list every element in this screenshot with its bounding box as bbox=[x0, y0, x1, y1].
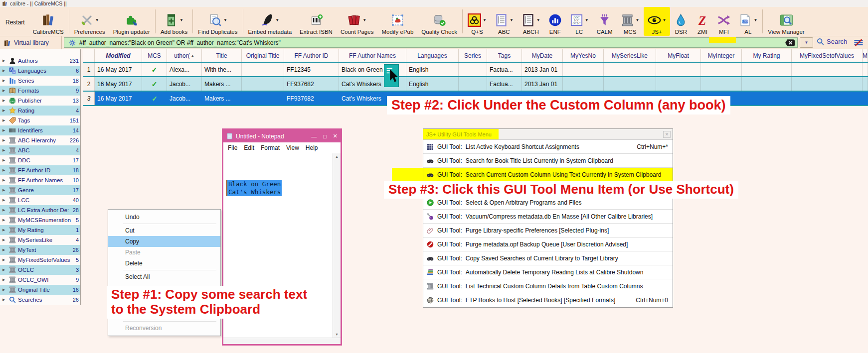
toolbar-button-abch[interactable]: ▼ABCH bbox=[518, 7, 544, 36]
cell-tags[interactable]: Factua... bbox=[487, 77, 522, 91]
column-header-myyesno[interactable]: MyYesNo bbox=[563, 49, 604, 62]
cell-modified[interactable]: 16 May 2017 bbox=[95, 77, 142, 91]
notepad-menu-view[interactable]: View bbox=[286, 144, 299, 151]
cell-mydate[interactable]: 2013 Jan 01 bbox=[522, 63, 563, 76]
gui-tool-item-search-for-book-title-list-currently-in-[interactable]: GUI Tool:Search for Book Title List Curr… bbox=[423, 154, 673, 168]
sidebar-item-abc[interactable]: ▶ABC4 bbox=[0, 145, 80, 155]
expand-arrow-icon[interactable]: ▶ bbox=[2, 278, 7, 282]
sidebar-item-myserieslike[interactable]: ▶MySeriesLike4 bbox=[0, 235, 80, 245]
gui-tool-item-purge-library-specific-preferences-selec[interactable]: GUI Tool:Purge Library-specific Preferen… bbox=[423, 224, 673, 237]
search-clear-icon[interactable] bbox=[785, 39, 795, 46]
sidebar-item-mymcsenumeration[interactable]: ▶MyMCSEnumeration5 bbox=[0, 215, 80, 225]
sidebar-item-my-rating[interactable]: ▶My Rating1 bbox=[0, 225, 80, 235]
sidebar-item-series[interactable]: ▶Series18 bbox=[0, 76, 80, 86]
expand-arrow-icon[interactable]: ▶ bbox=[2, 298, 7, 302]
expand-arrow-icon[interactable]: ▶ bbox=[2, 158, 7, 162]
notepad-menu-edit[interactable]: Edit bbox=[244, 144, 254, 151]
close-icon[interactable]: ✕ bbox=[663, 131, 671, 138]
cell-mydate[interactable]: 2013 Jan 01 bbox=[522, 77, 563, 91]
gui-tool-item-automatically-delete-temporary-reading-l[interactable]: GUI Tool:Automatically Delete Temporary … bbox=[423, 265, 673, 279]
cell-myfixedsetofvalues[interactable] bbox=[792, 63, 863, 76]
dropdown-arrow-icon[interactable]: ▼ bbox=[636, 18, 640, 22]
sidebar-item-oclc-owi[interactable]: ▶OCLC_OWI9 bbox=[0, 275, 80, 285]
dropdown-arrow-icon[interactable]: ▼ bbox=[585, 18, 589, 22]
sidebar-item-identifiers[interactable]: ▶Identifiers14 bbox=[0, 125, 80, 135]
cell-original-title[interactable] bbox=[242, 77, 284, 91]
sidebar-item-tags[interactable]: ▶Tags151 bbox=[0, 116, 80, 125]
cell-original-title[interactable] bbox=[242, 63, 284, 76]
expand-arrow-icon[interactable]: ▶ bbox=[2, 248, 7, 252]
cell-myfloat[interactable] bbox=[656, 63, 701, 76]
expand-arrow-icon[interactable]: ▶ bbox=[2, 109, 7, 113]
cell-original-title[interactable] bbox=[242, 92, 284, 105]
expand-arrow-icon[interactable]: ▶ bbox=[2, 258, 7, 262]
cell-mcs[interactable]: ✓ bbox=[142, 63, 167, 76]
cell-myfixedsetofvalues[interactable] bbox=[792, 77, 863, 91]
expand-arrow-icon[interactable]: ▶ bbox=[2, 218, 7, 222]
toolbar-button-embed-metadata[interactable]: ▼Embed metadata bbox=[244, 7, 296, 36]
toolbar-button-mfi[interactable]: MFI bbox=[713, 7, 734, 36]
cell-myserieslike[interactable] bbox=[604, 77, 656, 91]
column-header-myinteger[interactable]: MyInteger bbox=[701, 49, 742, 62]
cell-title[interactable]: Makers ... bbox=[202, 92, 242, 105]
sidebar-item-mytext[interactable]: ▶MyText26 bbox=[0, 245, 80, 255]
column-header-languages[interactable]: Languages bbox=[406, 49, 459, 62]
expand-arrow-icon[interactable]: ▶ bbox=[2, 118, 7, 122]
toolbar-button-zmi[interactable]: ZZMI bbox=[692, 7, 713, 36]
cell-row-number[interactable]: 1 bbox=[83, 63, 95, 76]
cell-myinteger[interactable] bbox=[701, 63, 742, 76]
toolbar-button-enf[interactable]: ENF bbox=[544, 7, 566, 36]
saved-search-mark-icon[interactable] bbox=[854, 39, 864, 46]
expand-arrow-icon[interactable]: ▶ bbox=[2, 89, 7, 93]
sidebar-item-abc-hierarchy[interactable]: ▶ABC Hierarchy226 bbox=[0, 135, 80, 145]
cell-title[interactable]: Makers ... bbox=[202, 77, 242, 91]
context-menu-item-select-all[interactable]: Select All bbox=[108, 271, 220, 282]
cell-uthor[interactable]: Jacob... bbox=[167, 92, 202, 105]
column-header-mydate[interactable]: MyDate bbox=[522, 49, 563, 62]
sidebar-item-ff-author-names[interactable]: ▶FF Author Names10 bbox=[0, 175, 80, 185]
dropdown-arrow-icon[interactable]: ▼ bbox=[536, 18, 540, 22]
cell-mcs[interactable]: ✓ bbox=[142, 77, 167, 91]
notepad-menu-help[interactable]: Help bbox=[306, 144, 318, 151]
cell-myfixedsetofvalues[interactable] bbox=[792, 92, 863, 105]
virtual-library-button[interactable]: Virtual library bbox=[0, 36, 62, 49]
expand-arrow-icon[interactable]: ▶ bbox=[2, 79, 7, 83]
column-header-myfloat[interactable]: MyFloat bbox=[656, 49, 701, 62]
gui-tool-item-purge-metadata-opf-backup-queue-user-dis[interactable]: GUI Tool:Purge metadata.opf Backup Queue… bbox=[423, 237, 673, 251]
column-header-title[interactable]: Title bbox=[202, 49, 242, 62]
table-row-2[interactable]: 216 May 2017✓Jacob...Makers ...FF937682C… bbox=[83, 77, 868, 92]
toolbar-button-mcs[interactable]: ▼MCS bbox=[617, 7, 644, 36]
sidebar-item-genre[interactable]: ▶Genre17 bbox=[0, 185, 80, 195]
toolbar-button-quality-check[interactable]: Quality Check bbox=[417, 7, 461, 36]
cell-myyesno[interactable] bbox=[563, 77, 604, 91]
column-header-my-rating[interactable]: My Rating bbox=[742, 49, 792, 62]
scroll-up-icon[interactable]: ▴ bbox=[336, 154, 338, 159]
gui-tool-item-search-current-custom-column-using-text-[interactable]: GUI Tool:Search Current Custom Column Us… bbox=[423, 168, 673, 182]
cell-my-rating[interactable] bbox=[742, 92, 792, 105]
column-header-tags[interactable]: Tags bbox=[487, 49, 522, 62]
gear-icon[interactable] bbox=[69, 39, 76, 46]
sidebar-item-searches[interactable]: ▶Searches26 bbox=[0, 295, 80, 305]
notepad-menu-file[interactable]: File bbox=[228, 144, 237, 151]
expand-arrow-icon[interactable]: ▶ bbox=[2, 188, 7, 192]
gui-tool-item-list-technical-custom-column-details-fro[interactable]: GUI Tool:List Technical Custom Column De… bbox=[423, 279, 673, 293]
toolbar-button-view-manager[interactable]: View Manager bbox=[764, 7, 808, 36]
toolbar-button-count-pages[interactable]: ▼Count Pages bbox=[337, 7, 378, 36]
cell-modified[interactable]: 16 May 2017 bbox=[95, 92, 142, 105]
cell-row-number[interactable]: 3 bbox=[83, 92, 95, 105]
sidebar-item-publisher[interactable]: ▶Publisher13 bbox=[0, 96, 80, 106]
toolbar-button-js[interactable]: ▼JS+ bbox=[644, 7, 671, 36]
expand-arrow-icon[interactable]: ▶ bbox=[2, 59, 7, 63]
cell-m[interactable] bbox=[863, 92, 868, 105]
cell-languages[interactable]: English bbox=[406, 63, 459, 76]
cell-myserieslike[interactable] bbox=[604, 63, 656, 76]
table-row-1[interactable]: 116 May 2017✓Alexa...With the...FF12345B… bbox=[83, 63, 868, 77]
cell-myyesno[interactable] bbox=[563, 63, 604, 76]
sidebar-item-formats[interactable]: ▶Formats9 bbox=[0, 86, 80, 96]
dropdown-arrow-icon[interactable]: ▼ bbox=[362, 18, 366, 22]
column-header-series[interactable]: Series bbox=[459, 49, 487, 62]
dropdown-arrow-icon[interactable]: ▼ bbox=[95, 18, 99, 22]
toolbar-button-dsr[interactable]: DSR bbox=[670, 7, 692, 36]
toolbar-button-modify-epub[interactable]: Modify ePub bbox=[377, 7, 417, 36]
minimize-button[interactable]: — bbox=[311, 133, 317, 139]
